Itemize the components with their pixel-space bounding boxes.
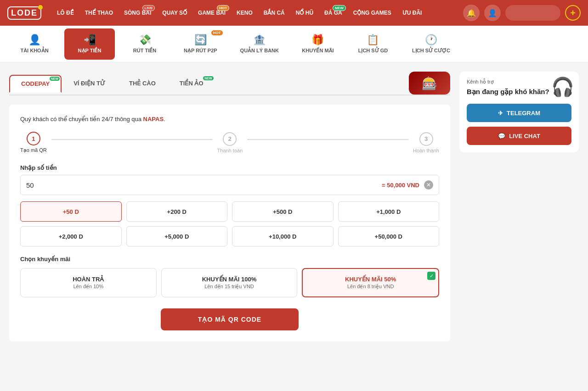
tab-label-1: NẠP TIỀN: [78, 48, 102, 54]
promo-check-2: ✓: [427, 272, 435, 280]
step-circle-1: 1: [27, 132, 40, 145]
clear-button[interactable]: ✕: [424, 180, 433, 190]
promo-sub-1: Lên đến 15 triệu VND: [204, 284, 254, 290]
promo-btn-1[interactable]: KHUYẾN MÃI 100%Lên đến 15 triệu VND: [161, 268, 298, 297]
nav-item-game-bài[interactable]: GAME BÀIHOT: [193, 7, 230, 19]
top-tab-nạp-rút-p2p[interactable]: HOT🔄NẠP RÚT P2P: [175, 28, 226, 60]
sub-tab-thẻ-cào[interactable]: THẺ CÀO: [117, 74, 168, 92]
user-icon[interactable]: 👤: [484, 5, 501, 21]
livechat-label: LIVE CHAT: [509, 133, 540, 140]
content-box: Quý khách có thể chuyển tiền 24/7 thông …: [9, 105, 450, 341]
stepper: 1Tạo mã QR2Thanh toán3Hoàn thành: [20, 132, 439, 153]
amount-btn-7[interactable]: +50,000 D: [338, 226, 440, 246]
promo-sub-0: Lên đến 10%: [73, 284, 103, 290]
top-tab-khuyến-mãi[interactable]: 🎁KHUYẾN MÃI: [293, 28, 343, 60]
tab-icon-4: 🏦: [253, 34, 266, 46]
top-tab-nạp-tiền[interactable]: 📲NẠP TIỀN: [64, 28, 115, 60]
section-description: Quý khách có thể chuyển tiền 24/7 thông …: [20, 116, 439, 123]
nav-item-nổ-hũ[interactable]: NỔ HŨ: [291, 7, 318, 19]
step-label-3: Hoàn thành: [413, 148, 439, 153]
top-tab-lịch-sử-cược[interactable]: 🕐LỊCH SỬ CƯỢC: [403, 28, 459, 60]
promo-btn-2[interactable]: KHUYẾN MÃI 50%Lên đến 8 triệu VND✓: [302, 268, 439, 297]
amount-btn-6[interactable]: +10,000 D: [232, 226, 334, 246]
telegram-icon: ✈: [498, 110, 503, 117]
telegram-label: TELEGRAM: [507, 110, 540, 117]
nav-item-cộng-games[interactable]: CỘNG GAMES: [349, 7, 396, 19]
logo[interactable]: LODE: [7, 6, 41, 20]
logo-text: LODE: [7, 6, 41, 20]
left-panel: CODEPAYNEWVÍ ĐIỆN TỬTHẺ CÀOTIỀN ẢONEW 🎰 …: [9, 72, 450, 341]
amount-label: Nhập số tiền: [20, 164, 439, 171]
amount-btn-5[interactable]: +5,000 D: [126, 226, 228, 246]
top-tab-lịch-sử-gd[interactable]: 📋LỊCH SỬ GD: [348, 28, 398, 60]
step-line-1: [247, 139, 408, 140]
submit-button[interactable]: TẠO MÃ QR CODE: [161, 308, 299, 330]
step-2: 2Thanh toán: [217, 132, 243, 153]
headset-icon: 🎧: [551, 76, 574, 98]
sub-tabs: CODEPAYNEWVÍ ĐIỆN TỬTHẺ CÀOTIỀN ẢONEW 🎰: [9, 72, 450, 95]
main-content: CODEPAYNEWVÍ ĐIỆN TỬTHẺ CÀOTIỀN ẢONEW 🎰 …: [0, 62, 588, 351]
promo-sub-2: Lên đến 8 triệu VND: [347, 284, 394, 290]
step-label-2: Thanh toán: [217, 148, 243, 153]
tab-icon-3: 🔄: [194, 34, 207, 46]
nav-menu: LÔ ĐỀTHỂ THAOSÒNG BÀILIVEQUAY SỐGAME BÀI…: [52, 7, 459, 19]
step-1: 1Tạo mã QR: [20, 132, 47, 153]
telegram-button[interactable]: ✈ TELEGRAM: [467, 104, 571, 122]
add-button[interactable]: +: [565, 5, 581, 21]
nav-item-lô-đề[interactable]: LÔ ĐỀ: [52, 7, 79, 19]
nav-item-sòng-bài[interactable]: SÒNG BÀILIVE: [119, 7, 156, 19]
support-buttons: ✈ TELEGRAM 💬 LIVE CHAT: [467, 104, 571, 145]
right-panel: Kênh hỗ trợ Bạn đang gặp khó khăn? 🎧 ✈ T…: [459, 72, 579, 341]
amount-btn-4[interactable]: +2,000 D: [20, 226, 122, 246]
nav-item-đá-gà[interactable]: ĐÁ GÀNEW: [320, 7, 347, 19]
tab-label-6: LỊCH SỬ GD: [358, 48, 388, 54]
tab-icon-0: 👤: [28, 34, 41, 46]
top-tab-quản-lý-bank[interactable]: 🏦QUẢN LÝ BANK: [231, 28, 288, 60]
tab-icon-2: 💸: [139, 34, 151, 46]
tab-label-2: RÚT TIỀN: [133, 48, 156, 54]
mini-game-banner[interactable]: 🎰: [409, 72, 450, 95]
nav-item-keno[interactable]: KENO: [232, 7, 257, 19]
sub-tab-tiền-ảo[interactable]: TIỀN ẢONEW: [168, 74, 215, 92]
amount-btn-3[interactable]: +1,000 D: [338, 201, 440, 222]
nav-item-bắn-cá[interactable]: BẮN CÁ: [259, 7, 289, 19]
top-tab-tài-khoản[interactable]: 👤TÀI KHOẢN: [9, 28, 60, 60]
tab-icon-1: 📲: [84, 34, 96, 46]
mini-game-icon: 🎰: [409, 72, 450, 95]
tab-icon-6: 📋: [367, 34, 379, 46]
header-right: 🔔 👤 +: [463, 5, 581, 21]
tab-label-7: LỊCH SỬ CƯỢC: [412, 48, 450, 54]
step-label-1: Tạo mã QR: [20, 147, 47, 153]
header: LODE LÔ ĐỀTHỂ THAOSÒNG BÀILIVEQUAY SỐGAM…: [0, 0, 588, 26]
step-circle-2: 2: [223, 132, 237, 146]
sub-tab-codepay[interactable]: CODEPAYNEW: [9, 75, 62, 93]
amount-input-wrapper: = 50,000 VND ✕: [20, 175, 439, 195]
amount-btn-2[interactable]: +500 D: [232, 201, 334, 222]
tab-label-3: NẠP RÚT P2P: [184, 48, 217, 54]
amount-input[interactable]: [26, 181, 382, 189]
amount-display: = 50,000 VND: [382, 182, 419, 189]
livechat-button[interactable]: 💬 LIVE CHAT: [467, 127, 571, 145]
username-field[interactable]: [505, 5, 560, 21]
top-tab-rút-tiền[interactable]: 💸RÚT TIỀN: [119, 28, 170, 60]
promo-label: Chọn khuyến mãi: [20, 256, 439, 263]
tab-label-5: KHUYẾN MÃI: [302, 48, 334, 54]
promo-title-2: KHUYẾN MÃI 50%: [345, 276, 396, 283]
promo-buttons: HOÀN TRẢLên đến 10%KHUYẾN MÃI 100%Lên đế…: [20, 268, 439, 297]
notification-icon[interactable]: 🔔: [463, 5, 480, 21]
nav-item-ưu-đãi[interactable]: ƯU ĐÃI: [398, 7, 427, 19]
tab-icon-5: 🎁: [311, 34, 324, 46]
tab-label-4: QUẢN LÝ BANK: [240, 48, 279, 54]
promo-title-1: KHUYẾN MÃI 100%: [202, 276, 257, 283]
amount-btn-0[interactable]: +50 D: [20, 201, 122, 222]
logo-dot: [38, 5, 43, 10]
nav-item-thể-thao[interactable]: THỂ THAO: [80, 7, 118, 19]
sub-tab-ví-điện-tử[interactable]: VÍ ĐIỆN TỬ: [62, 74, 117, 92]
tab-icon-7: 🕐: [425, 34, 437, 46]
amount-btn-1[interactable]: +200 D: [126, 201, 228, 222]
promo-btn-0[interactable]: HOÀN TRẢLên đến 10%: [20, 268, 157, 297]
top-tabs: 👤TÀI KHOẢN📲NẠP TIỀN💸RÚT TIỀNHOT🔄NẠP RÚT …: [0, 26, 588, 62]
nav-item-quay-số[interactable]: QUAY SỐ: [158, 7, 192, 19]
step-3: 3Hoàn thành: [413, 132, 439, 153]
step-circle-3: 3: [419, 132, 433, 146]
